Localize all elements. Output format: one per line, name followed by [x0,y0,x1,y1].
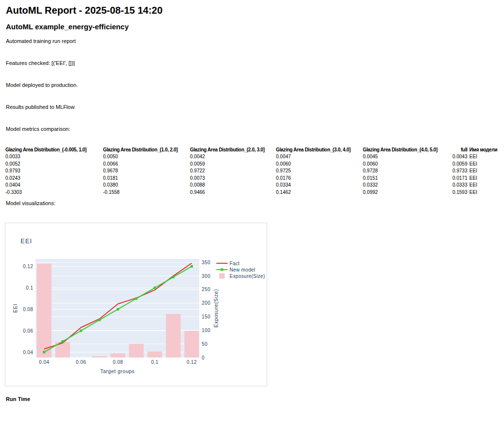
metrics-col-header: Имя модели [469,146,499,153]
exposure-bar[interactable] [37,264,51,358]
metrics-col-header: Glazing Area Distribution_(-0.005, 1.0] [5,146,103,153]
metrics-table-cell: 0.1593 [450,189,469,196]
visualizations-label: Model visualizations: [6,200,504,207]
metrics-table-cell: -0.3303 [5,189,103,196]
features-checked-line: Features checked: [('EEI', [])] [6,60,504,66]
metrics-table-cell: 0.0151 [363,175,450,182]
exposure-bar[interactable] [129,344,144,358]
metrics-table-cell: 0.9466 [190,189,276,196]
metrics-table-cell: 0.9725 [276,168,363,175]
metrics-comparison-label: Model metrics comparison: [6,126,504,132]
x-tick-label: 0.04 [39,359,49,365]
y-left-tick-label: 0.04 [23,350,33,355]
new-model-marker[interactable] [62,340,64,343]
y-right-tick-label: 150 [202,314,210,319]
exposure-bar[interactable] [166,314,181,358]
legend-exposure-swatch[interactable] [219,274,225,279]
metrics-table-cell: EEI [469,182,499,189]
new-model-marker[interactable] [190,265,193,268]
metrics-table-cell: 0.0052 [5,161,103,168]
y-left-tick-label: 0.1 [26,285,33,291]
metrics-table-cell: EEI [469,153,499,161]
metrics-table-cell: EEI [469,189,499,196]
metrics-table-cell: 0.0333 [450,182,469,189]
metrics-table-cell: 0.0088 [190,182,276,189]
y-right-tick-label: 50 [202,341,208,347]
y-right-tick-label: 0 [202,355,205,360]
runtime-label: Run Time [6,396,504,402]
new-model-marker[interactable] [153,287,156,289]
metrics-table-row: 0.04040.03800.00880.03340.03320.0333EEI [5,182,499,189]
automl-report-page: AutoML Report - 2025-08-15 14:20 AutoML … [0,5,504,402]
metrics-table-cell: 0.9793 [5,168,103,175]
metrics-table-row: 0.00520.00660.00590.00600.00600.0059EEI [5,161,499,168]
exposure-bar[interactable] [92,356,107,358]
metrics-col-header: full [450,146,469,153]
metrics-col-header: Glazing Area Distribution_(1.0, 2.0] [103,146,190,153]
intro-line: Automated training run report [6,38,504,44]
metrics-table-cell: 0.0243 [5,175,103,182]
y-left-axis-title: EEI [12,304,18,313]
legend-new-model-marker[interactable] [221,269,223,271]
metrics-table-cell: 0.0334 [276,182,363,189]
new-model-marker[interactable] [98,319,101,321]
legend-new-model-label: New model [230,267,255,273]
metrics-table-cell: 0.0042 [190,153,276,161]
y-left-tick-label: 0.08 [23,307,33,312]
report-subtitle: AutoML example_energy-efficiency [6,22,504,31]
y-right-tick-label: 300 [202,274,210,279]
metrics-table-cell: 0.0404 [5,182,103,189]
metrics-table-row: 0.00330.00500.00420.00470.00450.0043EEI [5,153,499,161]
metrics-table-cell: 0.0176 [276,175,363,182]
metrics-table-cell: 0.9678 [103,168,190,175]
metrics-table-cell: EEI [469,161,499,168]
y-right-axis-title: Exposure(Size) [213,289,219,328]
new-model-marker[interactable] [117,308,119,311]
y-right-tick-label: 350 [202,260,210,265]
metrics-table-cell: 0.0992 [363,189,450,196]
published-line: Results published to MLFlow [6,104,504,110]
metrics-table-cell: 0.0073 [190,175,276,182]
model-visualization-chart[interactable]: 0.040.060.080.10.12050100150200250300350… [5,223,267,386]
metrics-table-cell: EEI [469,175,499,182]
metrics-table-cell: 0.9728 [363,168,450,175]
y-left-tick-label: 0.12 [23,264,33,269]
report-title: AutoML Report - 2025-08-15 14:20 [6,5,504,16]
metrics-table-cell: 0.0059 [450,161,469,168]
y-right-tick-label: 200 [202,300,210,306]
new-model-marker[interactable] [172,276,174,278]
metrics-table-cell: 0.0332 [363,182,450,189]
new-model-marker[interactable] [80,330,82,332]
metrics-table-cell: 0.0171 [450,175,469,182]
metrics-table-cell: 0.1462 [276,189,363,196]
y-left-tick-label: 0.06 [23,328,33,334]
deployed-line: Model deployed to production. [6,82,504,88]
chart-canvas[interactable]: 0.040.060.080.10.12050100150200250300350… [5,223,267,386]
y-right-tick-label: 250 [202,287,210,292]
new-model-marker[interactable] [43,351,45,354]
new-model-marker[interactable] [135,297,138,300]
legend-fact-label: Fact [230,261,240,266]
metrics-table-cell: 0.0066 [103,161,190,168]
exposure-bar[interactable] [185,331,199,358]
metrics-table-cell: 0.0047 [276,153,363,161]
metrics-table-header-row: Glazing Area Distribution_(-0.005, 1.0]G… [5,146,499,153]
exposure-bar[interactable] [147,352,162,358]
metrics-table: Glazing Area Distribution_(-0.005, 1.0]G… [5,146,499,196]
metrics-table-cell: 0.0059 [190,161,276,168]
x-tick-label: 0.08 [113,359,123,365]
metrics-table-cell: 0.0380 [103,182,190,189]
metrics-table-row: 0.97930.96780.97220.97250.97280.9733EEI [5,168,499,175]
metrics-table-row: 0.02430.01810.00730.01760.01510.0171EEI [5,175,499,182]
metrics-table-cell: 0.9733 [450,168,469,175]
metrics-table-cell: 0.0060 [363,161,450,168]
metrics-table-cell: 0.0045 [363,153,450,161]
chart-title: EEI [21,237,32,245]
metrics-table-cell: 0.0033 [5,153,103,161]
exposure-bar[interactable] [110,354,125,358]
metrics-table-cell: EEI [469,168,499,175]
metrics-table-cell: 0.9722 [190,168,276,175]
metrics-table-cell: -0.1558 [103,189,190,196]
x-tick-label: 0.06 [76,359,86,365]
metrics-table-cell: 0.0043 [450,153,469,161]
